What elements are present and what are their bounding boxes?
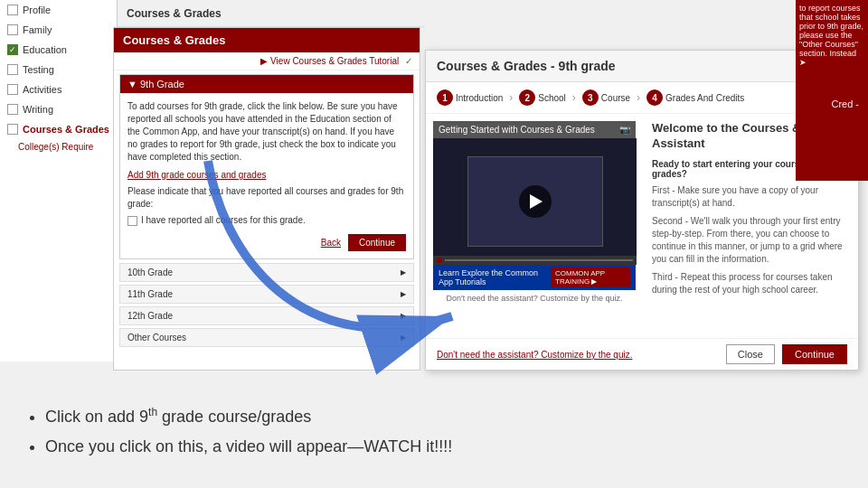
far-right-panel: to report courses that school takes prio… [796, 0, 868, 181]
writing-checkbox[interactable] [7, 104, 18, 115]
video-footer-text: Don't need the assistant? Customize by t… [433, 294, 636, 303]
progress-bar [445, 259, 633, 261]
video-section: Getting Started with Courses & Grades 📷 [426, 114, 643, 347]
step-1-number: 1 [437, 89, 453, 106]
common-app-bar: Learn Explore the Common App Tutorials C… [433, 265, 636, 290]
middle-panel-header: Courses & Grades [114, 28, 420, 52]
step-4-label: Grades And Credits [665, 93, 744, 103]
panel-title: Courses & Grades [127, 7, 222, 20]
family-checkbox[interactable] [7, 24, 18, 35]
sidebar-item-activities[interactable]: Activities [0, 80, 117, 99]
chevron-right-icon: ▶ [401, 312, 406, 320]
reported-checkbox-row: I have reported all courses for this gra… [127, 214, 406, 227]
step-2-number: 2 [519, 89, 535, 106]
step-1: 1 Introduction [437, 89, 503, 106]
add-grades-link[interactable]: Add 9th grade courses and grades [127, 169, 406, 182]
tutorial-link[interactable]: ▶ View Courses & Grades Tutorial ✓ [114, 52, 420, 70]
second-para: Second - We'll walk you through your fir… [652, 215, 849, 266]
step-3-label: Course [601, 93, 630, 103]
third-para: Third - Repeat this process for courses … [652, 271, 849, 296]
step-3: 3 Course [582, 89, 630, 106]
footer-buttons: Close Continue [726, 344, 847, 364]
cred-label: Cred - [827, 97, 863, 111]
courses-grades-dialog: Courses & Grades - 9th grade × 1 Introdu… [425, 50, 859, 371]
far-right-text: to report courses that school takes prio… [799, 4, 863, 67]
ninth-grade-content: To add courses for 9th grade, click the … [120, 93, 413, 258]
video-controls [433, 256, 637, 265]
camera-icon: 📷 [619, 125, 630, 135]
sidebar-item-profile[interactable]: Profile [0, 0, 117, 20]
sidebar-item-writing[interactable]: Writing [0, 99, 117, 119]
step-3-number: 3 [582, 89, 599, 106]
education-checkbox[interactable]: ✓ [7, 44, 18, 55]
close-button[interactable]: Close [726, 344, 775, 364]
sidebar-item-label: Profile [23, 5, 51, 15]
other-courses-row[interactable]: Other Courses ▶ [119, 328, 414, 347]
chevron-right-icon: ▶ [401, 268, 406, 277]
continue-main-button[interactable]: Continue [782, 344, 847, 364]
video-title: Getting Started with Courses & Grades [439, 125, 595, 135]
sidebar-sub-label: College(s) Require [18, 142, 93, 152]
sidebar-item-label: Writing [23, 104, 53, 115]
bullet-1: Click on add 9th grade course/grades [45, 402, 452, 431]
testing-checkbox[interactable] [7, 64, 18, 75]
bullet-points: Click on add 9th grade course/grades Onc… [27, 402, 452, 461]
step-4: 4 Grades And Credits [646, 89, 744, 106]
step-1-label: Introduction [456, 93, 503, 103]
sidebar-item-education[interactable]: ✓ Education [0, 40, 117, 60]
step-arrow-1: › [509, 91, 513, 104]
step-2-label: School [538, 93, 566, 103]
play-button[interactable] [519, 185, 552, 218]
steps-bar: 1 Introduction › 2 School › 3 Course › 4… [426, 82, 858, 114]
sidebar: Profile Family ✓ Education Testing Activ… [0, 0, 118, 361]
dialog-header: Courses & Grades - 9th grade × [426, 51, 858, 82]
panel-header-bar: Courses & Grades [118, 0, 425, 27]
sidebar-item-testing[interactable]: Testing [0, 60, 117, 80]
play-icon [530, 194, 542, 209]
step-arrow-3: › [637, 91, 640, 104]
grade-title: ▼ 9th Grade [127, 79, 184, 89]
reported-checkbox[interactable] [127, 216, 137, 226]
eleventh-grade-row[interactable]: 11th Grade ▶ [119, 285, 414, 304]
sidebar-item-courses[interactable]: Courses & Grades [0, 119, 117, 139]
profile-checkbox[interactable] [7, 5, 18, 15]
chevron-right-icon: ▶ [401, 333, 406, 342]
continue-button[interactable]: Continue [348, 234, 406, 251]
ninth-grade-section: ▼ 9th Grade To add courses for 9th grade… [119, 74, 414, 259]
dialog-footer: Don't need the assistant? Customize by t… [426, 338, 858, 370]
sidebar-item-family[interactable]: Family [0, 20, 117, 40]
dismiss-link[interactable]: Don't need the assistant? Customize by t… [437, 350, 632, 360]
step-2: 2 School [519, 89, 566, 106]
sidebar-item-label: Education [23, 44, 67, 55]
first-para: First - Make sure you have a copy of you… [652, 184, 849, 210]
twelfth-grade-row[interactable]: 12th Grade ▶ [119, 306, 414, 325]
play-dot-icon [437, 258, 442, 263]
step-4-number: 4 [646, 89, 663, 106]
chevron-right-icon: ▶ [401, 290, 406, 298]
video-thumbnail[interactable] [433, 138, 637, 265]
dialog-body: Getting Started with Courses & Grades 📷 [426, 114, 858, 347]
video-title-bar: Getting Started with Courses & Grades 📷 [433, 121, 636, 138]
sidebar-sub-colleges[interactable]: College(s) Require [0, 139, 117, 155]
courses-checkbox[interactable] [7, 124, 18, 135]
ninth-grade-header[interactable]: ▼ 9th Grade [120, 75, 413, 93]
back-button[interactable]: Back [321, 234, 341, 251]
sidebar-item-label: Family [23, 24, 52, 35]
activities-checkbox[interactable] [7, 84, 18, 95]
tenth-grade-row[interactable]: 10th Grade ▶ [119, 263, 414, 282]
button-row: Back Continue [127, 234, 406, 251]
sidebar-item-label: Testing [23, 64, 54, 75]
sidebar-item-label: Courses & Grades [23, 124, 109, 135]
bullet-2: Once you click on this, a video will app… [45, 432, 452, 461]
step-arrow-2: › [572, 91, 576, 104]
dialog-title: Courses & Grades - 9th grade [437, 59, 616, 73]
middle-panel: Courses & Grades ▶ View Courses & Grades… [113, 27, 420, 371]
training-badge: COMMON APP TRAINING ▶ [551, 267, 630, 287]
sidebar-item-label: Activities [23, 84, 61, 95]
